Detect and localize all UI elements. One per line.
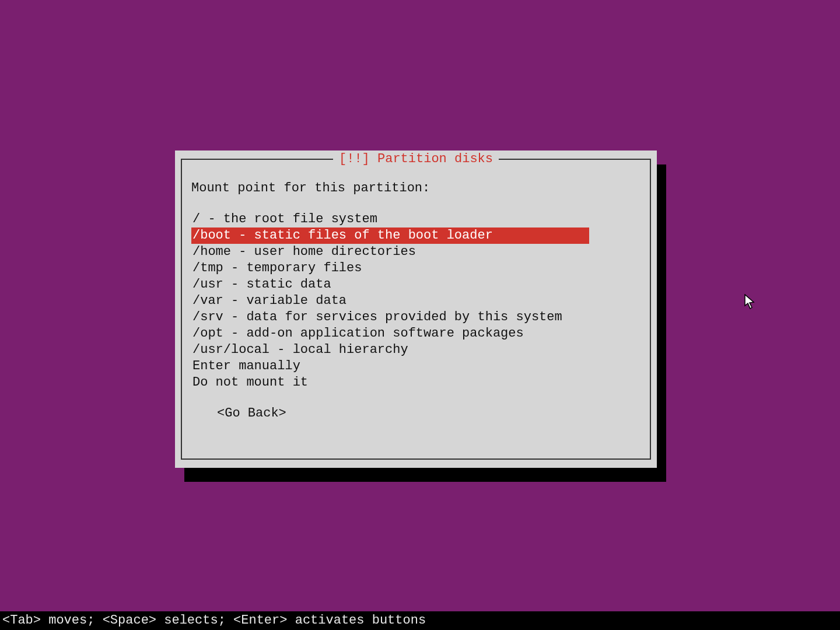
option-root[interactable]: / - the root file system	[191, 211, 589, 228]
option-srv[interactable]: /srv - data for services provided by thi…	[191, 309, 589, 326]
option-do-not-mount[interactable]: Do not mount it	[191, 374, 589, 391]
option-tmp[interactable]: /tmp - temporary files	[191, 260, 589, 276]
option-usr-local[interactable]: /usr/local - local hierarchy	[191, 342, 589, 358]
option-home[interactable]: /home - user home directories	[191, 244, 589, 260]
option-var[interactable]: /var - variable data	[191, 293, 589, 309]
dialog-border: [!!] Partition disks Mount point for thi…	[181, 159, 651, 460]
mouse-cursor-icon	[744, 294, 755, 309]
mount-point-prompt: Mount point for this partition:	[191, 182, 640, 195]
dialog-title: [!!] Partition disks	[333, 153, 499, 166]
option-boot[interactable]: /boot - static files of the boot loader	[191, 228, 589, 244]
option-enter-manually[interactable]: Enter manually	[191, 358, 589, 374]
partition-dialog: [!!] Partition disks Mount point for thi…	[175, 150, 657, 468]
status-bar: <Tab> moves; <Space> selects; <Enter> ac…	[0, 611, 840, 630]
option-usr[interactable]: /usr - static data	[191, 276, 589, 293]
dialog-content: Mount point for this partition: / - the …	[182, 160, 650, 429]
go-back-button[interactable]: <Go Back>	[191, 407, 640, 420]
option-opt[interactable]: /opt - add-on application software packa…	[191, 326, 589, 342]
mount-point-options: / - the root file system /boot - static …	[191, 211, 640, 391]
